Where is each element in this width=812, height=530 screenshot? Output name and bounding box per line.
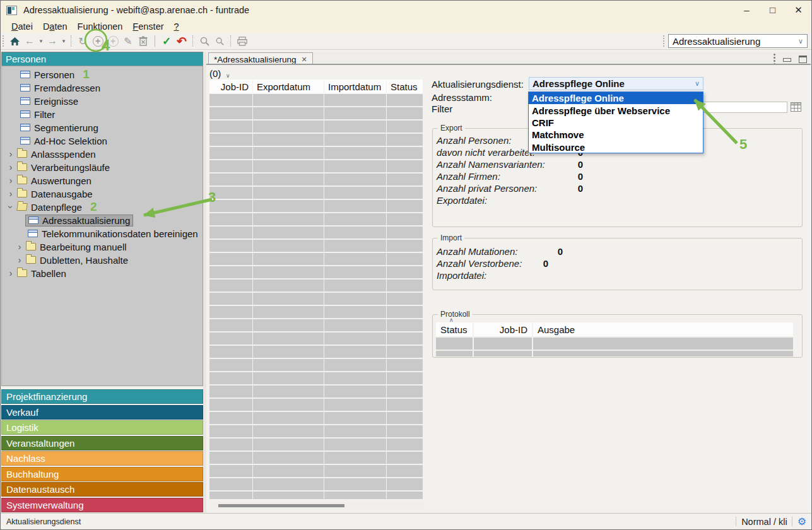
tree-item-segmentierung[interactable]: Segmentierung <box>18 121 101 134</box>
column-header-status[interactable]: Status <box>387 80 423 93</box>
table-row[interactable] <box>209 160 425 172</box>
refresh-button[interactable]: ↻ <box>75 34 90 48</box>
column-header-job-id[interactable]: Job-ID <box>209 80 252 93</box>
confirm-button[interactable]: ✓ <box>159 34 174 48</box>
menu-fenster[interactable]: Fenster <box>127 21 168 32</box>
toolbar-grip[interactable] <box>663 35 666 47</box>
table-row[interactable] <box>209 253 425 265</box>
chevron-right-icon[interactable]: › <box>7 269 15 277</box>
table-row[interactable] <box>209 266 425 278</box>
table-row[interactable] <box>209 147 425 159</box>
table-row[interactable] <box>209 187 425 199</box>
table-row[interactable] <box>209 478 425 490</box>
menu-funktionen[interactable]: Funktionen <box>73 21 128 32</box>
forward-history-caret[interactable]: ▾ <box>60 38 68 44</box>
back-history-caret[interactable]: ▾ <box>37 38 45 44</box>
dropdown-option-adresspflege-webservice[interactable]: Adresspflege über Webservice <box>529 104 703 116</box>
toolbar-grip[interactable] <box>3 35 5 47</box>
tree-item-filter[interactable]: Filter <box>18 108 57 121</box>
module-combobox[interactable]: Adressaktualisierung ∨ <box>668 34 808 48</box>
table-row[interactable] <box>209 240 425 252</box>
forward-button[interactable]: → <box>45 34 60 48</box>
home-button[interactable] <box>7 34 22 48</box>
back-button[interactable]: ← <box>22 34 37 48</box>
tree-item-personen[interactable]: Personen 1 <box>18 68 90 81</box>
minimize-button[interactable]: – <box>734 1 760 19</box>
table-row[interactable] <box>209 386 425 398</box>
sidebar-header-personen[interactable]: Personen <box>1 52 203 66</box>
tree-item-tabellen[interactable]: › Tabellen <box>7 267 69 280</box>
dropdown-option-multisource[interactable]: Multisource <box>529 141 703 153</box>
table-row[interactable] <box>209 425 425 437</box>
search-button[interactable] <box>197 34 212 48</box>
table-row[interactable] <box>209 94 425 106</box>
table-row[interactable] <box>209 399 425 411</box>
table-row[interactable] <box>209 280 425 292</box>
scrollbar-thumb[interactable] <box>218 504 344 507</box>
tree-item-auswertungen[interactable]: › Auswertungen <box>7 174 94 187</box>
tree-item-ereignisse[interactable]: Ereignisse <box>18 95 81 107</box>
new-record-button[interactable]: + <box>90 34 105 48</box>
dropdown-option-crif[interactable]: CRIF <box>529 117 703 129</box>
tab-close-icon[interactable]: ✕ <box>302 56 307 64</box>
table-row[interactable] <box>209 452 425 464</box>
column-header-ausgabe[interactable]: Ausgabe <box>533 322 793 336</box>
column-header-job-id[interactable]: Job-ID <box>474 322 532 336</box>
table-row[interactable] <box>209 174 425 186</box>
pane-minimize-icon[interactable] <box>783 58 791 62</box>
table-row[interactable] <box>209 439 425 450</box>
table-row[interactable] <box>209 306 425 318</box>
chevron-right-icon[interactable]: › <box>7 163 15 171</box>
maximize-button[interactable]: □ <box>760 1 786 19</box>
table-row[interactable] <box>209 492 425 499</box>
table-row[interactable] <box>209 465 425 477</box>
tree-item-fremdadressen[interactable]: Fremdadressen <box>18 81 103 94</box>
chevron-right-icon[interactable]: › <box>16 243 23 250</box>
tree-item-datenpflege[interactable]: › Datenpflege 2 <box>7 201 97 213</box>
table-row[interactable] <box>209 346 425 358</box>
category-datenaustausch[interactable]: Datenaustausch <box>1 482 203 497</box>
pane-maximize-icon[interactable] <box>799 56 807 63</box>
category-veranstaltungen[interactable]: Veranstaltungen <box>1 436 203 450</box>
tree-item-verarbeitungslaeufe[interactable]: › Verarbeitungsläufe <box>7 161 112 174</box>
table-row[interactable] <box>209 412 425 424</box>
column-header-importdatum[interactable]: Importdatum <box>324 80 386 93</box>
category-nachlass[interactable]: Nachlass <box>1 451 203 466</box>
column-header-exportdatum[interactable]: Exportdatum <box>253 80 324 93</box>
category-logistik[interactable]: Logistik <box>1 420 203 435</box>
table-row[interactable] <box>209 227 425 238</box>
table-row[interactable] <box>436 351 793 356</box>
tree-item-datenausgabe[interactable]: › Datenausgabe <box>7 187 95 200</box>
undo-button[interactable]: ↶ <box>174 34 189 48</box>
close-button[interactable]: ✕ <box>786 1 811 19</box>
table-row[interactable] <box>436 338 793 350</box>
category-projektfinanzierung[interactable]: Projektfinanzierung <box>1 389 203 404</box>
table-row[interactable] <box>209 372 425 384</box>
tree-item-adressaktualisierung[interactable]: Adressaktualisierung <box>25 214 133 227</box>
chevron-right-icon[interactable]: › <box>16 256 23 264</box>
dropdown-option-matchmove[interactable]: Matchmove <box>529 129 703 141</box>
tree-item-adhoc-selektion[interactable]: Ad-Hoc Selektion <box>18 134 110 147</box>
delete-button[interactable] <box>136 34 151 48</box>
table-row[interactable] <box>209 333 425 344</box>
chevron-right-icon[interactable]: › <box>7 190 15 197</box>
table-row[interactable] <box>209 213 425 225</box>
category-buchhaltung[interactable]: Buchhaltung <box>1 467 203 481</box>
chevron-right-icon[interactable]: › <box>7 150 15 158</box>
gear-icon[interactable]: ⚙ <box>797 515 806 527</box>
table-row[interactable] <box>209 359 425 371</box>
duplicate-record-button[interactable]: + <box>105 34 121 48</box>
menu-help[interactable]: ? <box>169 21 184 32</box>
table-row[interactable] <box>209 107 425 119</box>
table-row[interactable] <box>209 134 425 146</box>
edit-button[interactable]: ✎ <box>121 34 136 48</box>
menu-daten[interactable]: Daten <box>38 21 73 32</box>
horizontal-scrollbar[interactable] <box>209 502 425 509</box>
tree-item-telekommunikationsdaten[interactable]: Telekommunikationsdaten bereinigen <box>25 227 201 240</box>
table-row[interactable] <box>209 200 425 212</box>
table-row[interactable] <box>209 319 425 331</box>
chevron-right-icon[interactable]: › <box>7 177 15 184</box>
table-row[interactable] <box>209 121 425 132</box>
dropdown-option-adresspflege-online[interactable]: Adresspflege Online <box>529 92 703 104</box>
menu-datei[interactable]: Datei <box>6 21 38 32</box>
